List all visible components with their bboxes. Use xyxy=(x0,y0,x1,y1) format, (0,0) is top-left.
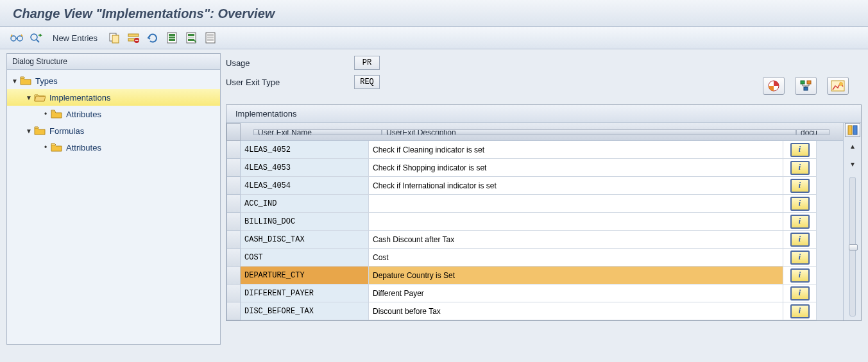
user-exit-name-cell[interactable]: DIFFERENT_PAYER xyxy=(241,284,369,302)
row-selector[interactable] xyxy=(226,284,241,302)
user-exit-desc-cell[interactable] xyxy=(369,195,783,213)
tree-label: Types xyxy=(35,76,58,86)
user-exit-desc-cell[interactable] xyxy=(369,213,783,231)
table-row[interactable]: CASH_DISC_TAXCash Discount after Taxi xyxy=(241,231,843,249)
magnify-arrow-icon[interactable] xyxy=(28,31,44,45)
user-exit-name-cell[interactable]: 4LEAS_4052 xyxy=(241,141,369,159)
table-row[interactable]: BILLING_DOCi xyxy=(241,213,843,231)
user-exit-desc-cell[interactable]: Depature Country is Set xyxy=(369,267,783,284)
user-exit-name-cell[interactable]: COST xyxy=(241,249,369,267)
user-exit-name-cell[interactable]: CASH_DISC_TAX xyxy=(241,231,369,249)
svg-rect-20 xyxy=(207,39,214,41)
table-row[interactable]: 4LEAS_4053Check if Shopping indicator is… xyxy=(241,159,843,177)
delete-row-icon[interactable] xyxy=(126,31,141,45)
table-row[interactable]: DIFFERENT_PAYERDifferent Payeri xyxy=(241,284,843,302)
deselect-all-icon[interactable] xyxy=(203,31,218,45)
copy-icon[interactable] xyxy=(106,31,122,45)
user-exit-desc-cell[interactable]: Different Payer xyxy=(369,284,783,302)
user-exit-desc-cell[interactable]: Cash Discount after Tax xyxy=(369,231,783,249)
user-exit-name-cell[interactable]: 4LEAS_4054 xyxy=(241,177,369,195)
row-selector[interactable] xyxy=(226,231,241,249)
scroll-down-icon[interactable]: ▾ xyxy=(846,158,859,170)
new-entries-button[interactable]: New Entries xyxy=(47,32,103,44)
svg-rect-28 xyxy=(853,126,857,135)
select-block-icon[interactable] xyxy=(183,31,199,45)
table-row[interactable]: DEPARTURE_CTYDepature Country is Seti xyxy=(241,267,843,284)
info-icon[interactable]: i xyxy=(790,286,810,300)
user-exit-name-cell[interactable]: 4LEAS_4053 xyxy=(241,159,369,177)
user-exit-desc-cell[interactable]: Check if International indicator is set xyxy=(369,177,783,195)
svg-rect-4 xyxy=(112,35,119,43)
user-exit-name-cell[interactable]: DEPARTURE_CTY xyxy=(241,267,369,284)
scrollbar-grip[interactable] xyxy=(849,244,858,251)
info-icon[interactable]: i xyxy=(790,161,810,175)
svg-rect-24 xyxy=(804,87,808,90)
info-icon[interactable]: i xyxy=(790,215,810,229)
row-selector[interactable] xyxy=(226,302,241,320)
glasses-icon[interactable] xyxy=(9,31,24,45)
folder-icon xyxy=(51,110,62,119)
info-icon[interactable]: i xyxy=(790,197,810,211)
col-header-name[interactable]: User Exit Name xyxy=(253,129,382,135)
select-all-icon[interactable] xyxy=(164,31,180,45)
info-icon[interactable]: i xyxy=(790,268,810,283)
table-row[interactable]: ACC_INDi xyxy=(241,195,843,213)
page-title: Change View "Implementations": Overview xyxy=(13,6,275,21)
docu-cell: i xyxy=(783,249,817,267)
folder-icon xyxy=(20,76,31,85)
user-exit-desc-cell[interactable]: Discount before Tax xyxy=(369,302,783,320)
pie-icon[interactable] xyxy=(763,77,785,95)
table-row[interactable]: COSTCosti xyxy=(241,249,843,267)
scrollbar-track[interactable] xyxy=(849,177,856,317)
tree-node-implementations[interactable]: ▼ Implementations xyxy=(7,89,220,106)
undo-icon[interactable] xyxy=(145,31,160,45)
svg-point-26 xyxy=(839,82,843,86)
table-config-icon[interactable] xyxy=(845,123,860,137)
hierarchy-icon[interactable] xyxy=(795,77,817,95)
docu-cell: i xyxy=(783,267,817,284)
user-exit-name-cell[interactable]: ACC_IND xyxy=(241,195,369,213)
row-selector[interactable] xyxy=(226,267,241,284)
user-exit-desc-cell[interactable]: Check if Cleaning indicator is set xyxy=(369,141,783,159)
bullet-icon: • xyxy=(42,110,49,119)
docu-cell: i xyxy=(783,231,817,249)
table-header-row: User Exit Name UserExit Description docu xyxy=(241,123,843,141)
usage-label: Usage xyxy=(226,58,354,68)
usage-value[interactable]: PR xyxy=(354,56,380,70)
gutter-head[interactable] xyxy=(226,123,241,141)
table-row[interactable]: 4LEAS_4054Check if International indicat… xyxy=(241,177,843,195)
tree-label: Attributes xyxy=(66,143,101,152)
user-exit-desc-cell[interactable]: Cost xyxy=(369,249,783,267)
tree-node-attributes-1[interactable]: • Attributes xyxy=(7,106,220,122)
row-selector[interactable] xyxy=(226,195,241,213)
info-icon[interactable]: i xyxy=(790,233,810,247)
col-header-docu[interactable]: docu xyxy=(796,129,830,135)
user-exit-type-value[interactable]: REQ xyxy=(354,75,380,89)
table-row[interactable]: 4LEAS_4052Check if Cleaning indicator is… xyxy=(241,141,843,159)
row-selector[interactable] xyxy=(226,141,241,159)
info-icon[interactable]: i xyxy=(790,143,810,157)
info-icon[interactable]: i xyxy=(790,251,810,265)
tree-node-attributes-2[interactable]: • Attributes xyxy=(7,139,220,156)
chart-icon[interactable] xyxy=(827,77,849,95)
collapse-icon[interactable]: ▼ xyxy=(25,128,33,135)
collapse-icon[interactable]: ▼ xyxy=(11,78,19,85)
info-icon[interactable]: i xyxy=(790,179,810,193)
row-selector[interactable] xyxy=(226,177,241,195)
page-header: Change View "Implementations": Overview xyxy=(0,0,868,27)
collapse-icon[interactable]: ▼ xyxy=(25,94,33,101)
tree-node-formulas[interactable]: ▼ Formulas xyxy=(7,122,220,139)
user-exit-name-cell[interactable]: DISC_BEFORE_TAX xyxy=(241,302,369,320)
scroll-column: ▴ ▾ xyxy=(843,123,861,320)
docu-cell: i xyxy=(783,177,817,195)
col-header-desc[interactable]: UserExit Description xyxy=(382,129,796,135)
tree-node-types[interactable]: ▼ Types xyxy=(7,72,220,89)
row-selector[interactable] xyxy=(226,249,241,267)
user-exit-name-cell[interactable]: BILLING_DOC xyxy=(241,213,369,231)
scroll-up-icon[interactable]: ▴ xyxy=(846,140,859,152)
table-row[interactable]: DISC_BEFORE_TAXDiscount before Taxi xyxy=(241,302,843,320)
info-icon[interactable]: i xyxy=(790,304,810,318)
row-selector[interactable] xyxy=(226,159,241,177)
user-exit-desc-cell[interactable]: Check if Shopping indicator is set xyxy=(369,159,783,177)
row-selector[interactable] xyxy=(226,213,241,231)
